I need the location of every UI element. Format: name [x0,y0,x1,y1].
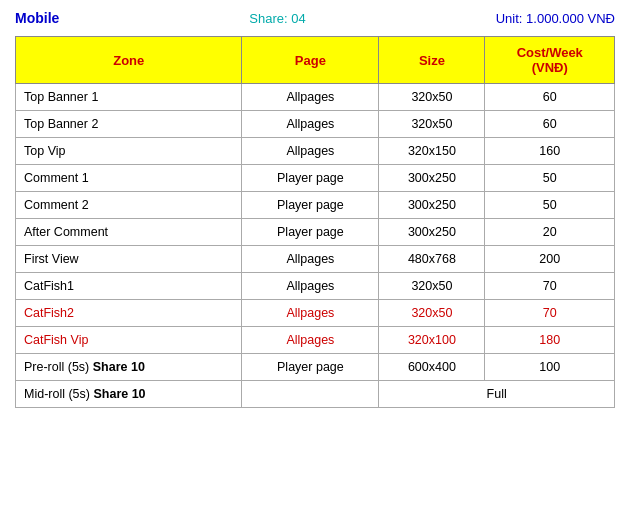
cell-zone: Mid-roll (5s) Share 10 [16,381,242,408]
cell-size: 300x250 [379,165,485,192]
cell-page: Player page [242,219,379,246]
cell-cost: 20 [485,219,615,246]
cell-size: 320x50 [379,273,485,300]
col-zone: Zone [16,37,242,84]
cell-zone: Top Vip [16,138,242,165]
cell-size: 320x150 [379,138,485,165]
cell-cost: 50 [485,165,615,192]
share-label: Share: [249,11,287,26]
cell-size: 480x768 [379,246,485,273]
pricing-table: Zone Page Size Cost/Week(VNĐ) Top Banner… [15,36,615,408]
cell-zone: After Comment [16,219,242,246]
cell-cost: 70 [485,273,615,300]
table-row: First ViewAllpages480x768200 [16,246,615,273]
share-value: 04 [291,11,305,26]
header: Mobile Share: 04 Unit: 1.000.000 VNĐ [15,10,615,26]
share-info: Share: 04 [249,11,305,26]
table-row: Comment 2Player page300x25050 [16,192,615,219]
cell-zone: Top Banner 2 [16,111,242,138]
cell-size: 320x50 [379,111,485,138]
cell-size: 600x400 [379,354,485,381]
table-row: Mid-roll (5s) Share 10Full [16,381,615,408]
cell-page: Allpages [242,273,379,300]
cell-cost: 180 [485,327,615,354]
table-row: Top VipAllpages320x150160 [16,138,615,165]
col-size: Size [379,37,485,84]
cell-size: 300x250 [379,219,485,246]
table-row: Top Banner 2Allpages320x5060 [16,111,615,138]
cell-page: Allpages [242,246,379,273]
cell-page: Allpages [242,84,379,111]
col-cost: Cost/Week(VNĐ) [485,37,615,84]
cell-cost: 200 [485,246,615,273]
cell-zone: Comment 2 [16,192,242,219]
cell-cost: 60 [485,84,615,111]
cell-size: 300x250 [379,192,485,219]
cell-size-full: Full [379,381,615,408]
cell-zone: Pre-roll (5s) Share 10 [16,354,242,381]
table-row: CatFish1Allpages320x5070 [16,273,615,300]
cell-size: 320x50 [379,300,485,327]
cell-cost: 50 [485,192,615,219]
cell-page: Allpages [242,111,379,138]
table-row: Top Banner 1Allpages320x5060 [16,84,615,111]
cell-cost: 60 [485,111,615,138]
unit-label: Unit: [496,11,523,26]
table-row: Comment 1Player page300x25050 [16,165,615,192]
cell-zone: CatFish1 [16,273,242,300]
cell-zone: Comment 1 [16,165,242,192]
cell-page: Player page [242,165,379,192]
cell-page: Allpages [242,327,379,354]
cell-page: Allpages [242,138,379,165]
table-row: After CommentPlayer page300x25020 [16,219,615,246]
cell-zone: Top Banner 1 [16,84,242,111]
table-row: CatFish VipAllpages320x100180 [16,327,615,354]
cell-page: Player page [242,354,379,381]
cell-zone: First View [16,246,242,273]
cell-page: Player page [242,192,379,219]
cell-zone: CatFish Vip [16,327,242,354]
col-page: Page [242,37,379,84]
unit-info: Unit: 1.000.000 VNĐ [496,11,615,26]
cell-cost: 70 [485,300,615,327]
table-row: CatFish2Allpages320x5070 [16,300,615,327]
table-row: Pre-roll (5s) Share 10Player page600x400… [16,354,615,381]
unit-value: 1.000.000 VNĐ [526,11,615,26]
cell-size: 320x100 [379,327,485,354]
cell-page: Allpages [242,300,379,327]
cell-cost: 160 [485,138,615,165]
cell-zone: CatFish2 [16,300,242,327]
mobile-label: Mobile [15,10,59,26]
cell-size: 320x50 [379,84,485,111]
cell-page [242,381,379,408]
cell-cost: 100 [485,354,615,381]
